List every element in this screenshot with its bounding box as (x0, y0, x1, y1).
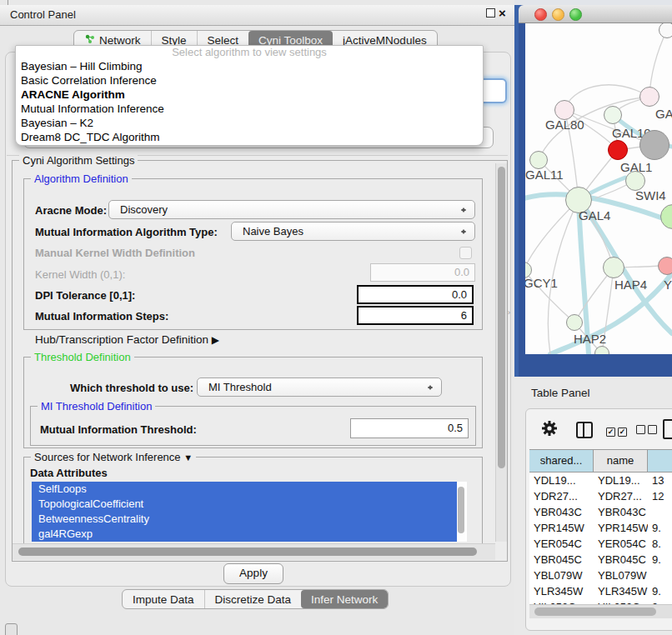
table-header-row: shared... name (529, 449, 672, 472)
combo-arrows-icon (427, 382, 434, 393)
column-header-shared[interactable]: shared... (529, 450, 594, 472)
popup-item-basic-correlation[interactable]: Basic Correlation Inference (16, 73, 483, 88)
mi-algorithm-type-label: Mutual Information Algorithm Type: (35, 226, 218, 238)
mi-threshold-definition-title: MI Threshold Definition (38, 400, 155, 412)
split-view-icon[interactable] (576, 422, 593, 438)
table-panel-title: Table Panel (531, 387, 590, 399)
table-row[interactable]: YPR145WYPR145W9. (529, 520, 672, 536)
aracne-mode-combobox[interactable]: Discovery (108, 200, 475, 219)
which-threshold-combobox[interactable]: MI Threshold (197, 378, 442, 397)
tab-discretize-data[interactable]: Discretize Data (204, 590, 302, 608)
settings-group-title: Cyni Algorithm Settings (19, 154, 138, 167)
panel-resize-handle[interactable]: › (508, 308, 510, 317)
node-label: SWI4 (635, 188, 666, 202)
sources-group-title[interactable]: Sources for Network Inference ▼ (31, 451, 196, 463)
mi-algorithm-type-combobox[interactable]: Naive Bayes (231, 222, 475, 241)
popup-item-bayesian-hill-climbing[interactable]: Bayesian – Hill Climbing (16, 59, 483, 73)
attribute-item[interactable]: gal4RGexp (32, 527, 457, 542)
popup-item-dream8[interactable]: Dream8 DC_TDC Algorithm (16, 130, 483, 144)
bottom-tabbar: Impute Data Discretize Data Infer Networ… (122, 589, 389, 609)
table-row[interactable]: YBR045CYBR045C9. (529, 552, 672, 568)
settings-vertical-scrollbar[interactable] (495, 163, 507, 542)
data-attributes-label: Data Attributes (30, 467, 108, 479)
settings-horizontal-scrollbar[interactable] (13, 543, 495, 560)
network-canvas[interactable]: GAL GAL80 GAL10 GAL1 GAL11 GAL4 SWI4 GCY… (525, 23, 672, 354)
combo-arrows-icon (460, 226, 467, 238)
table-rows: YDL19...YDL19...13 YDR27...YDR27...12 YB… (529, 472, 672, 615)
manual-kernel-label: Manual Kernel Width Definition (35, 247, 195, 259)
algorithm-definition-title: Algorithm Definition (31, 172, 132, 185)
kernel-width-field[interactable]: 0.0 (370, 263, 475, 282)
node-label: HAP4 (614, 278, 647, 292)
combo-arrows-icon (460, 204, 467, 216)
file-icon[interactable] (663, 419, 672, 439)
network-node-selected[interactable] (608, 140, 628, 160)
close-window-button[interactable] (534, 8, 547, 21)
network-node[interactable] (658, 257, 672, 275)
collapse-down-icon: ▼ (183, 452, 193, 462)
mi-threshold-field[interactable]: 0.5 (350, 418, 469, 438)
data-attributes-list: SelfLoops TopologicalCoefficient Between… (32, 482, 467, 542)
network-node[interactable] (566, 314, 583, 331)
network-node[interactable] (659, 23, 672, 38)
node-label: Y (664, 278, 672, 292)
dpi-tolerance-label: DPI Tolerance [0,1]: (35, 289, 135, 302)
expand-right-icon: ▶ (212, 334, 219, 346)
aracne-mode-label: Aracne Mode: (35, 204, 107, 217)
table-row[interactable]: YBR043CYBR043C (529, 504, 672, 520)
deselect-all-checkboxes-icon[interactable] (636, 424, 657, 437)
close-icon[interactable]: × (499, 5, 506, 22)
float-window-icon[interactable] (486, 8, 495, 18)
node-label: GCY1 (525, 276, 558, 290)
node-label: GAL80 (545, 118, 584, 132)
apply-button[interactable]: Apply (223, 563, 283, 584)
table-row[interactable]: YDR27...YDR27...12 (529, 488, 672, 504)
network-node[interactable] (603, 257, 624, 278)
which-threshold-label: Which threshold to use: (70, 382, 193, 394)
popup-prompt: Select algorithm to view settings (16, 46, 483, 59)
table-row[interactable]: YLR345WYLR345W9. (529, 583, 672, 599)
control-panel: Control Panel × Network Style Select Cyn… (0, 0, 514, 611)
popup-item-aracne[interactable]: ARACNE Algorithm (16, 88, 483, 102)
attribute-item[interactable]: SelfLoops (32, 482, 457, 497)
select-all-checkboxes-icon[interactable]: ✓✓ (606, 424, 627, 437)
gear-icon[interactable] (541, 420, 558, 439)
node-label: GAL (655, 107, 672, 121)
mi-threshold-label: Mutual Information Threshold: (40, 423, 197, 436)
attribute-item[interactable]: TopologicalCoefficient (32, 497, 457, 512)
mi-steps-label: Mutual Information Steps: (35, 310, 168, 322)
minimize-window-button[interactable] (552, 8, 564, 21)
attribute-item[interactable]: BetweennessCentrality (32, 512, 457, 527)
popup-item-bayesian-k2[interactable]: Bayesian – K2 (16, 116, 483, 130)
mi-steps-field[interactable]: 6 (357, 306, 474, 325)
control-panel-titlebar (0, 5, 514, 26)
control-panel-title: Control Panel (10, 8, 76, 21)
table-horizontal-scrollbar[interactable] (529, 604, 672, 618)
column-header-partial[interactable] (648, 450, 672, 472)
algorithm-dropdown-popup: Select algorithm to view settings Bayesi… (15, 45, 484, 146)
application-root: Control Panel × Network Style Select Cyn… (0, 0, 672, 635)
network-node[interactable] (604, 106, 622, 124)
dpi-tolerance-field[interactable]: 0.0 (357, 285, 474, 304)
node-label: GAL4 (579, 208, 610, 222)
kernel-width-label: Kernel Width (0,1): (35, 268, 125, 281)
column-header-name[interactable]: name (594, 450, 648, 472)
zoom-window-button[interactable] (569, 8, 582, 21)
table-row[interactable]: YBL079WYBL079W (529, 568, 672, 583)
popup-item-mutual-information[interactable]: Mutual Information Inference (16, 102, 483, 116)
hub-definition-toggle[interactable]: Hub/Transcription Factor Definition ▶ (35, 333, 219, 346)
network-node[interactable] (639, 87, 659, 107)
network-node[interactable] (639, 130, 669, 160)
attributes-scrollbar[interactable] (457, 483, 465, 540)
node-label: HAP2 (574, 332, 606, 346)
tab-infer-network[interactable]: Infer Network (301, 590, 388, 608)
tab-impute-data[interactable]: Impute Data (123, 590, 204, 608)
table-row[interactable]: YER054CYER054C8. (529, 536, 672, 552)
network-view-window[interactable]: GAL GAL80 GAL10 GAL1 GAL11 GAL4 SWI4 GCY… (519, 5, 672, 377)
manual-kernel-checkbox[interactable] (459, 247, 472, 259)
table-panel-body: ✓✓ shared... name YDL19...YDL19...13 YDR… (525, 408, 672, 631)
threshold-definition-title: Threshold Definition (31, 351, 134, 363)
network-node[interactable] (529, 151, 548, 169)
minimized-panel-icon[interactable] (5, 623, 18, 635)
table-row[interactable]: YDL19...YDL19...13 (529, 472, 672, 488)
